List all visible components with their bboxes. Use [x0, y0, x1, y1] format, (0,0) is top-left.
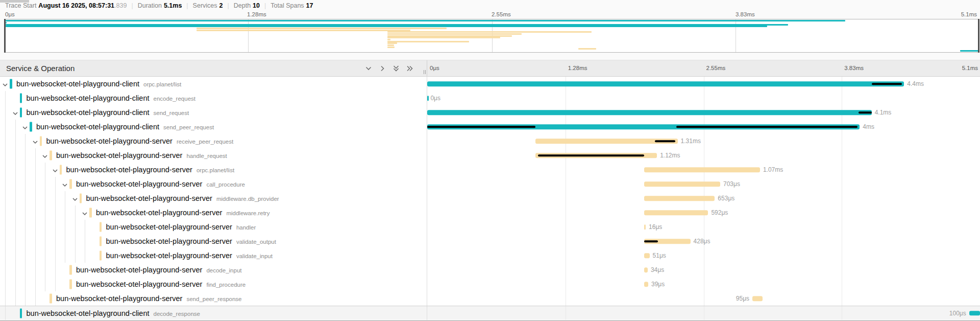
span-name-cell[interactable]: bun-websocket-otel-playground-servermidd…	[0, 205, 427, 220]
timeline-gridline	[842, 306, 842, 320]
span-name-cell[interactable]: bun-websocket-otel-playground-clientenco…	[0, 91, 427, 105]
span-timeline-cell[interactable]: 428μs	[427, 234, 980, 248]
span-name-cell[interactable]: bun-websocket-otel-playground-clientsend…	[0, 105, 427, 120]
span-duration-bar[interactable]	[644, 253, 650, 258]
chevron-down-icon[interactable]	[32, 138, 38, 144]
chevron-down-icon[interactable]	[62, 181, 68, 187]
span-row[interactable]: bun-websocket-otel-playground-clientsend…	[0, 105, 980, 120]
span-duration-bar[interactable]	[969, 311, 980, 316]
span-timeline-cell[interactable]: 1.12ms	[427, 148, 980, 163]
indent-guide	[45, 263, 45, 277]
span-name-cell[interactable]: bun-websocket-otel-playground-serversend…	[0, 291, 427, 306]
chevron-down-icon[interactable]	[12, 109, 18, 116]
span-timeline-cell[interactable]: 4.1ms	[427, 105, 980, 120]
span-row[interactable]: bun-websocket-otel-playground-serversend…	[0, 291, 980, 306]
span-name-cell[interactable]: bun-websocket-otel-playground-serverorpc…	[0, 163, 427, 177]
minimap-right-scrubber[interactable]	[978, 19, 979, 53]
depth-label: Depth	[234, 2, 251, 9]
span-timeline-cell[interactable]: 1.31ms	[427, 134, 980, 148]
span-row[interactable]: bun-websocket-otel-playground-serverhand…	[0, 220, 980, 234]
span-timeline-cell[interactable]: 34μs	[427, 263, 980, 277]
expand-one-icon[interactable]	[364, 64, 373, 73]
span-row[interactable]: bun-websocket-otel-playground-serverdeco…	[0, 263, 980, 277]
span-duration-bar[interactable]	[644, 167, 760, 172]
timeline-gridline	[842, 248, 842, 263]
span-duration-bar[interactable]	[427, 96, 429, 101]
span-row[interactable]: bun-websocket-otel-playground-servervali…	[0, 248, 980, 263]
span-timeline-cell[interactable]: 703μs	[427, 177, 980, 191]
span-name-cell[interactable]: bun-websocket-otel-playground-serverfind…	[0, 277, 427, 291]
span-timeline-cell[interactable]: 100μs	[427, 306, 980, 320]
span-duration-bar[interactable]	[644, 210, 708, 215]
span-row[interactable]: bun-websocket-otel-playground-serverfind…	[0, 277, 980, 291]
span-timeline-cell[interactable]: 653μs	[427, 191, 980, 205]
timeline-gridline	[842, 234, 842, 248]
span-name-cell[interactable]: bun-websocket-otel-playground-servercall…	[0, 177, 427, 191]
chevron-down-icon[interactable]	[22, 124, 28, 130]
span-duration-bar[interactable]	[644, 224, 646, 230]
span-name-cell[interactable]: bun-websocket-otel-playground-clientdeco…	[0, 306, 427, 320]
span-name-cell[interactable]: bun-websocket-otel-playground-servermidd…	[0, 191, 427, 205]
minimap-viewport[interactable]	[4, 19, 979, 53]
span-row[interactable]: bun-websocket-otel-playground-clientenco…	[0, 91, 980, 105]
span-duration-bar[interactable]	[644, 196, 715, 201]
span-name-cell[interactable]: bun-websocket-otel-playground-clientorpc…	[0, 77, 427, 91]
span-duration-bar[interactable]	[752, 296, 763, 301]
span-duration-label: 1.12ms	[660, 152, 680, 159]
span-duration-label: 4ms	[863, 123, 874, 130]
span-row[interactable]: bun-websocket-otel-playground-servermidd…	[0, 191, 980, 205]
span-timeline-cell[interactable]: 51μs	[427, 248, 980, 263]
collapse-one-icon[interactable]	[378, 64, 387, 73]
service-name: bun-websocket-otel-playground-serverhand…	[56, 151, 227, 159]
indent-guide	[85, 234, 85, 248]
span-duration-bar[interactable]	[427, 81, 904, 86]
span-duration-bar[interactable]	[644, 267, 648, 272]
span-row[interactable]: bun-websocket-otel-playground-servercall…	[0, 177, 980, 191]
minimap-left-scrubber[interactable]	[4, 19, 6, 53]
chevron-down-icon[interactable]	[42, 152, 48, 158]
span-name-cell[interactable]: bun-websocket-otel-playground-serverhand…	[0, 148, 427, 163]
span-row[interactable]: bun-websocket-otel-playground-clientorpc…	[0, 77, 980, 91]
chevron-down-icon[interactable]	[2, 81, 8, 87]
indent-guide	[15, 263, 16, 277]
span-name-cell[interactable]: bun-websocket-otel-playground-clientsend…	[0, 120, 427, 134]
span-duration-bar[interactable]	[644, 181, 720, 187]
chevron-down-icon[interactable]	[52, 167, 58, 173]
span-row[interactable]: bun-websocket-otel-playground-serverrece…	[0, 134, 980, 148]
chevron-down-icon[interactable]	[82, 210, 88, 216]
span-duration-bar[interactable]	[427, 110, 872, 115]
span-name-cell[interactable]: bun-websocket-otel-playground-serverrece…	[0, 134, 427, 148]
span-row[interactable]: bun-websocket-otel-playground-serverhand…	[0, 148, 980, 163]
timeline-gridline	[566, 306, 566, 320]
collapse-all-icon[interactable]	[405, 64, 414, 73]
span-timeline-cell[interactable]: 16μs	[427, 220, 980, 234]
span-row[interactable]: bun-websocket-otel-playground-servervali…	[0, 234, 980, 248]
span-row[interactable]: bun-websocket-otel-playground-clientsend…	[0, 120, 980, 134]
span-rows: bun-websocket-otel-playground-clientorpc…	[0, 77, 980, 320]
column-resizer-grip[interactable]	[424, 70, 426, 74]
service-name: bun-websocket-otel-playground-serverhand…	[106, 223, 256, 231]
expand-all-icon[interactable]	[391, 64, 401, 73]
span-name-cell[interactable]: bun-websocket-otel-playground-servervali…	[0, 248, 427, 263]
indent-guide	[55, 263, 56, 277]
span-timeline-cell[interactable]: 592μs	[427, 205, 980, 220]
indent-guide	[5, 134, 6, 148]
span-timeline-cell[interactable]: 1.07ms	[427, 163, 980, 177]
span-timeline-cell[interactable]: 4.4ms	[427, 77, 980, 91]
operation-name: validate_input	[236, 253, 273, 259]
chevron-down-icon[interactable]	[72, 195, 78, 201]
span-name-cell[interactable]: bun-websocket-otel-playground-serverhand…	[0, 220, 427, 234]
span-timeline-cell[interactable]: 39μs	[427, 277, 980, 291]
span-duration-bar[interactable]	[644, 282, 648, 287]
indent-guide	[85, 220, 85, 234]
span-name-cell[interactable]: bun-websocket-otel-playground-servervali…	[0, 234, 427, 248]
span-row[interactable]: bun-websocket-otel-playground-clientdeco…	[0, 306, 980, 320]
span-timeline-cell[interactable]: 0μs	[427, 91, 980, 105]
span-duration-label: 34μs	[651, 266, 664, 273]
span-timeline-cell[interactable]: 95μs	[427, 291, 980, 306]
span-name-cell[interactable]: bun-websocket-otel-playground-serverdeco…	[0, 263, 427, 277]
span-row[interactable]: bun-websocket-otel-playground-serverorpc…	[0, 163, 980, 177]
span-timeline-cell[interactable]: 4ms	[427, 120, 980, 134]
indent-guide	[5, 220, 6, 234]
span-row[interactable]: bun-websocket-otel-playground-servermidd…	[0, 205, 980, 220]
